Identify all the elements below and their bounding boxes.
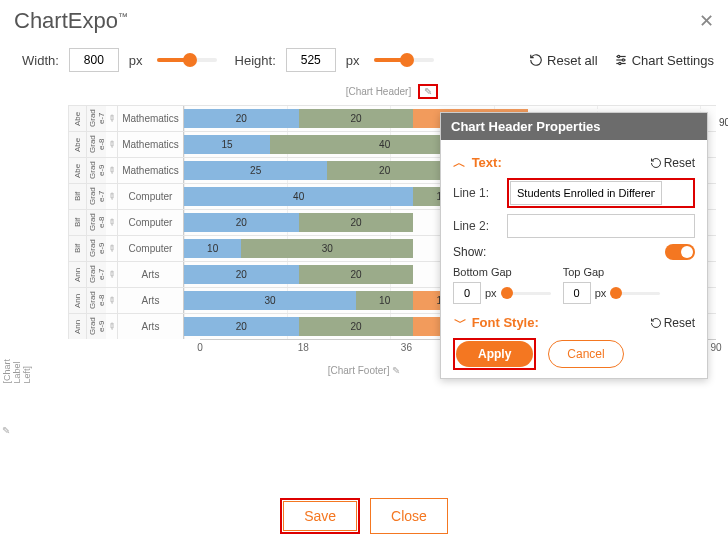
bar-segment[interactable]: 20: [184, 265, 299, 284]
show-toggle[interactable]: [665, 244, 695, 260]
grade-cell: Grad e-8: [86, 288, 106, 313]
bar-segment[interactable]: 10: [184, 239, 241, 258]
row-edit[interactable]: ✎: [106, 184, 118, 209]
width-unit: px: [129, 53, 143, 68]
bar-segment[interactable]: 15: [184, 135, 270, 154]
top-gap-slider[interactable]: [610, 292, 660, 295]
subject-cell: Arts: [118, 314, 184, 339]
height-unit: px: [346, 53, 360, 68]
popup-title: Chart Header Properties: [441, 113, 707, 140]
reset-icon: [529, 53, 543, 67]
row-edit[interactable]: ✎: [106, 262, 118, 287]
chart-settings-button[interactable]: Chart Settings: [614, 53, 714, 68]
row-edit[interactable]: ✎: [106, 132, 118, 157]
bar-segment[interactable]: 30: [184, 291, 356, 310]
width-slider[interactable]: [157, 58, 217, 62]
row-edit[interactable]: ✎: [106, 236, 118, 261]
line1-input[interactable]: [510, 181, 662, 205]
student-cell: Bif: [68, 210, 86, 235]
chart-header-placeholder[interactable]: [Chart Header] ✎: [0, 84, 728, 99]
row-edit[interactable]: ✎: [106, 210, 118, 235]
row-edit[interactable]: ✎: [106, 158, 118, 183]
subject-cell: Mathematics: [118, 106, 184, 131]
top-gap-input[interactable]: [563, 282, 591, 304]
bar-segment[interactable]: 20: [299, 317, 414, 336]
reset-all-button[interactable]: Reset all: [529, 53, 598, 68]
height-input[interactable]: [286, 48, 336, 72]
height-label: Height:: [235, 53, 276, 68]
grade-cell: Grad e-7: [86, 262, 106, 287]
line2-input[interactable]: [507, 214, 695, 238]
student-cell: Ann: [68, 262, 86, 287]
svg-point-3: [617, 55, 619, 57]
save-button[interactable]: Save: [283, 501, 357, 531]
grade-cell: Grad e-8: [86, 132, 106, 157]
x-tick: 18: [298, 342, 309, 353]
width-label: Width:: [22, 53, 59, 68]
font-style-section-toggle[interactable]: ︿ Font Style:: [453, 314, 644, 332]
row-edit[interactable]: ✎: [106, 106, 118, 131]
pencil-icon: ✎: [105, 164, 118, 177]
grade-cell: Grad e-9: [86, 314, 106, 339]
bar-segment[interactable]: 10: [356, 291, 413, 310]
subject-cell: Mathematics: [118, 158, 184, 183]
pencil-icon: ✎: [105, 112, 118, 125]
bar-segment[interactable]: 25: [184, 161, 327, 180]
text-section-toggle[interactable]: ︿ Text:: [453, 154, 644, 172]
x-tick: 90: [710, 342, 721, 353]
bar-segment[interactable]: 20: [299, 213, 414, 232]
grade-cell: Grad e-7: [86, 184, 106, 209]
settings-icon: [614, 53, 628, 67]
left-axis-placeholder[interactable]: [Chart Label Left]: [2, 359, 32, 384]
pencil-icon: ✎: [105, 320, 118, 333]
bottom-gap-label: Bottom Gap: [453, 266, 551, 278]
subject-cell: Computer: [118, 210, 184, 235]
edit-footer-icon[interactable]: ✎: [392, 365, 400, 376]
close-button[interactable]: Close: [370, 498, 448, 534]
student-cell: Ann: [68, 314, 86, 339]
pencil-icon: ✎: [105, 138, 118, 151]
pencil-icon: ✎: [105, 190, 118, 203]
bar-segment[interactable]: 20: [299, 109, 414, 128]
student-cell: Bif: [68, 236, 86, 261]
row-edit[interactable]: ✎: [106, 314, 118, 339]
bar-segment[interactable]: 20: [184, 213, 299, 232]
grade-cell: Grad e-7: [86, 106, 106, 131]
close-icon[interactable]: ✕: [699, 10, 714, 32]
width-input[interactable]: [69, 48, 119, 72]
chart-header-properties-popup: Chart Header Properties ︿ Text: Reset Li…: [440, 112, 708, 379]
bar-segment[interactable]: 20: [327, 161, 442, 180]
chevron-up-icon: ︿: [453, 154, 466, 172]
subject-cell: Computer: [118, 184, 184, 209]
row-edit[interactable]: ✎: [106, 288, 118, 313]
bar-segment[interactable]: 20: [299, 265, 414, 284]
line2-label: Line 2:: [453, 219, 501, 233]
svg-point-5: [618, 62, 620, 64]
edit-header-icon[interactable]: ✎: [418, 84, 438, 99]
edge-label: 90: [719, 117, 728, 128]
reset-text-button[interactable]: Reset: [650, 156, 695, 170]
brand: ChartExpo™: [14, 8, 128, 34]
reset-font-button[interactable]: Reset: [650, 316, 695, 330]
grade-cell: Grad e-9: [86, 236, 106, 261]
line1-label: Line 1:: [453, 186, 501, 200]
subject-cell: Computer: [118, 236, 184, 261]
student-cell: Bif: [68, 184, 86, 209]
pencil-icon: ✎: [105, 268, 118, 281]
bottom-gap-input[interactable]: [453, 282, 481, 304]
student-cell: Abe: [68, 132, 86, 157]
chevron-down-icon: ︿: [453, 314, 466, 332]
height-slider[interactable]: [374, 58, 434, 62]
pencil-icon: ✎: [105, 216, 118, 229]
bottom-gap-slider[interactable]: [501, 292, 551, 295]
left-axis-edit-icon[interactable]: ✎: [2, 425, 10, 436]
bar-segment[interactable]: 20: [184, 109, 299, 128]
apply-button[interactable]: Apply: [456, 341, 533, 367]
grade-cell: Grad e-9: [86, 158, 106, 183]
cancel-button[interactable]: Cancel: [548, 340, 623, 368]
bar-segment[interactable]: 20: [184, 317, 299, 336]
bar-segment[interactable]: 40: [184, 187, 413, 206]
bar-segment[interactable]: 30: [241, 239, 413, 258]
student-cell: Ann: [68, 288, 86, 313]
pencil-icon: ✎: [105, 294, 118, 307]
